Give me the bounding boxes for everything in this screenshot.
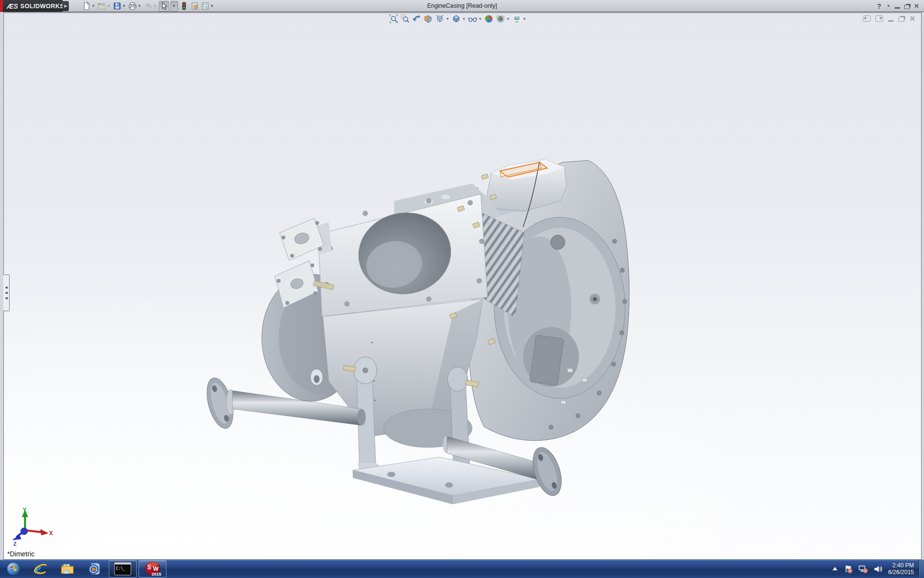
volume-icon[interactable]	[873, 565, 883, 573]
options-button[interactable]: ▼	[201, 1, 215, 12]
media-player-button[interactable]	[81, 560, 108, 578]
dropdown-caret-icon[interactable]: ▼	[107, 4, 111, 8]
dropdown-caret-icon[interactable]: ▼	[523, 17, 526, 21]
internet-explorer-button[interactable]: e	[27, 560, 54, 578]
close-button[interactable]: ✕	[914, 2, 919, 10]
minimize-button[interactable]	[895, 7, 900, 9]
document-window-controls: ✕	[863, 15, 915, 22]
help-dropdown-caret-icon[interactable]: ▼	[886, 4, 890, 8]
dropdown-caret-icon[interactable]: ▼	[462, 17, 466, 21]
undo-button[interactable]: ▼	[143, 1, 157, 12]
dropdown-caret-icon[interactable]: ▼	[210, 4, 214, 8]
action-center-icon[interactable]	[844, 565, 852, 573]
dropdown-caret-icon: ▼	[172, 4, 176, 8]
dropdown-caret-icon[interactable]: ▼	[153, 4, 157, 8]
system-tray: 2:40 PM 6/26/2015	[832, 560, 919, 578]
brand-name: SOLIDWORKS	[20, 3, 64, 10]
titlebar-controls: ? ▼ ✕	[877, 0, 919, 12]
zoom-to-area-icon	[400, 14, 410, 24]
apply-scene-icon	[496, 14, 505, 24]
dropdown-caret-icon[interactable]: ▼	[138, 4, 141, 8]
start-orb-icon	[6, 562, 21, 576]
menu-expand-tab[interactable]: ▶	[63, 1, 69, 11]
doc-minimize-icon[interactable]	[888, 20, 894, 22]
dropdown-caret-icon[interactable]: ▼	[506, 17, 510, 21]
dropdown-caret-icon[interactable]: ▼	[122, 4, 126, 8]
triad-y-label: Y	[23, 507, 26, 513]
save-icon	[113, 2, 121, 10]
network-status-icon[interactable]	[858, 565, 868, 573]
dropdown-caret-icon[interactable]: ▼	[446, 17, 449, 21]
command-prompt-button[interactable]: C:\_	[109, 560, 137, 578]
view-orientation-name: *Dimetric	[7, 550, 35, 558]
clock-date: 6/26/2015	[888, 569, 914, 576]
solidworks-2015-icon: S W 2015	[143, 561, 162, 577]
previous-view-icon	[412, 14, 422, 24]
restore-button[interactable]	[904, 5, 910, 9]
windows-explorer-button[interactable]	[54, 560, 81, 578]
previous-view-button[interactable]	[411, 13, 423, 24]
start-button[interactable]	[0, 560, 27, 578]
edit-appearance-button[interactable]	[483, 13, 495, 24]
view-orientation-icon	[435, 14, 445, 24]
taskbar-items: e	[0, 560, 167, 578]
title-bar: ÆS SOLIDWORKS ▶ ▼ ▼ ▼	[0, 0, 924, 12]
zoom-to-fit-icon	[389, 14, 398, 24]
dropdown-caret-icon[interactable]: ▼	[478, 17, 482, 21]
sw-year: 2015	[152, 572, 161, 577]
graphics-viewport[interactable]: ▼ ▼ ▼	[3, 13, 922, 560]
orientation-triad: Y X Z	[6, 506, 54, 549]
doc-close-icon[interactable]: ✕	[909, 15, 915, 22]
display-style-button[interactable]: ▼	[450, 13, 467, 24]
show-desktop-button[interactable]	[919, 560, 924, 578]
dropdown-caret-icon[interactable]: ▼	[91, 4, 95, 8]
section-view-button[interactable]	[423, 13, 434, 24]
triad-x-label: X	[49, 530, 53, 537]
document-title: EngineCasing [Read-only]	[427, 2, 497, 9]
left-arrow-icon: ◀	[5, 287, 7, 289]
display-style-icon	[451, 14, 461, 24]
new-document-icon	[82, 2, 90, 10]
eyeglasses-icon	[468, 14, 477, 24]
cmd-label: C:\_	[116, 566, 125, 571]
collapsed-panel-tab[interactable]: ◀ ◀ ◀	[3, 275, 10, 311]
tray-clock[interactable]: 2:40 PM 6/26/2015	[888, 562, 916, 576]
view-settings-icon	[512, 14, 522, 24]
section-view-icon	[424, 14, 433, 24]
select-cursor-icon	[160, 2, 168, 10]
internet-explorer-icon: e	[33, 562, 48, 576]
triad-z-label: Z	[13, 541, 16, 547]
view-orientation-button[interactable]: ▼	[434, 13, 450, 24]
solidworks-logo-icon: ÆS	[7, 2, 18, 10]
zoom-to-area-button[interactable]	[399, 13, 411, 24]
main-toolbar: ▼ ▼ ▼ ▼ ▼	[82, 0, 214, 12]
sw-letter-s: S	[147, 564, 151, 571]
hide-show-items-button[interactable]: ▼	[467, 13, 483, 24]
open-icon	[98, 2, 106, 10]
save-button[interactable]: ▼	[113, 1, 127, 12]
select-button[interactable]	[159, 1, 169, 12]
print-icon	[128, 2, 137, 10]
collapse-left-pane-icon[interactable]	[863, 15, 871, 22]
show-hidden-icons-button[interactable]	[832, 566, 838, 571]
windows-taskbar: e	[0, 560, 924, 578]
open-button[interactable]: ▼	[97, 1, 111, 12]
left-arrow-icon: ◀	[5, 297, 7, 299]
sw-letter-w: W	[153, 565, 159, 572]
rebuild-button[interactable]	[180, 1, 189, 12]
new-document-button[interactable]: ▼	[82, 1, 96, 12]
print-button[interactable]: ▼	[128, 1, 142, 12]
engine-casing-3d-model[interactable]	[203, 155, 636, 521]
doc-restore-icon[interactable]	[898, 17, 904, 22]
collapse-right-pane-icon[interactable]	[875, 15, 883, 22]
file-properties-icon	[191, 2, 199, 10]
view-settings-button[interactable]: ▼	[511, 13, 527, 24]
file-properties-button[interactable]	[190, 1, 199, 12]
zoom-to-fit-button[interactable]	[388, 13, 399, 24]
solidworks-2015-button[interactable]: S W 2015	[139, 560, 167, 578]
select-dropdown[interactable]: ▼	[170, 1, 178, 12]
apply-scene-button[interactable]: ▼	[495, 13, 511, 24]
media-player-icon	[87, 562, 102, 576]
help-button[interactable]: ?	[877, 2, 882, 10]
clock-time: 2:40 PM	[888, 562, 914, 569]
